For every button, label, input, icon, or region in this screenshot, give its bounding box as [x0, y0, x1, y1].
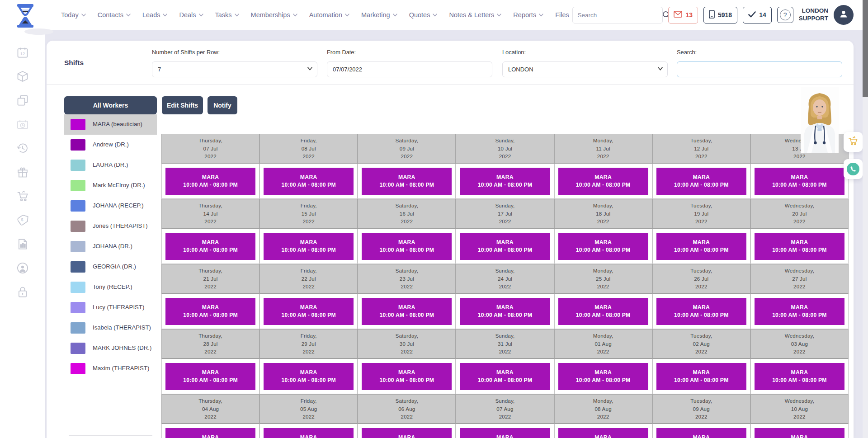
shift-block[interactable]: MARA10:00 AM - 08:00 PM	[755, 233, 844, 260]
nav-item[interactable]: Files	[555, 11, 569, 19]
shift-block[interactable]: MARA10:00 AM - 08:00 PM	[362, 363, 452, 390]
shift-time-range: 10:00 AM - 08:00 PM	[478, 182, 533, 188]
from-date-input[interactable]	[327, 61, 492, 77]
nav-item[interactable]: Notes & Letters	[449, 11, 501, 19]
shift-block[interactable]: MARA10:00 AM - 08:00 PM	[264, 233, 354, 260]
history-icon[interactable]	[16, 142, 29, 155]
notify-button[interactable]: Notify	[208, 96, 237, 114]
report-icon[interactable]	[16, 238, 29, 250]
worker-row[interactable]: MARA (beautician)	[64, 114, 157, 135]
gift-icon[interactable]	[16, 166, 29, 179]
shift-block[interactable]: MARA10:00 AM - 08:00 PM	[755, 428, 844, 438]
nav-item[interactable]: Today	[61, 11, 86, 19]
edit-shifts-button[interactable]: Edit Shifts	[162, 96, 203, 114]
calendar-icon[interactable]: 12	[16, 46, 29, 59]
shift-block[interactable]: MARA10:00 AM - 08:00 PM	[264, 298, 354, 325]
day-year: 2022	[793, 348, 806, 355]
nav-item[interactable]: Automation	[309, 11, 349, 19]
day-year: 2022	[597, 413, 609, 420]
worker-row[interactable]: Tony (RECEP.)	[64, 277, 157, 297]
floating-cart-button[interactable]	[844, 132, 863, 152]
shift-block[interactable]: MARA10:00 AM - 08:00 PM	[558, 233, 648, 260]
shift-block[interactable]: MARA10:00 AM - 08:00 PM	[460, 168, 550, 195]
shift-block[interactable]: MARA10:00 AM - 08:00 PM	[165, 233, 255, 260]
shift-block[interactable]: MARA10:00 AM - 08:00 PM	[460, 233, 550, 260]
shift-worker-name: MARA	[202, 369, 219, 376]
vertical-scrollbar-track[interactable]	[863, 0, 868, 438]
nav-item[interactable]: Quotes	[409, 11, 438, 19]
day-year: 2022	[793, 152, 806, 160]
phone-badge[interactable]: 5918	[703, 7, 737, 24]
worker-row[interactable]: Isabela (THERAPIST)	[64, 318, 157, 338]
shift-block[interactable]: MARA10:00 AM - 08:00 PM	[656, 428, 746, 438]
worker-row[interactable]: JOHANA (DR.)	[64, 236, 157, 257]
worker-row[interactable]: MARK JOHNES (DR.)	[64, 338, 157, 358]
shift-block[interactable]: MARA10:00 AM - 08:00 PM	[656, 363, 746, 390]
shift-block[interactable]: MARA10:00 AM - 08:00 PM	[755, 168, 844, 195]
worker-row[interactable]: Jones (THERAPIST)	[64, 216, 157, 236]
day-header-cell: Thursday,14 Jul2022	[161, 199, 259, 229]
location-select[interactable]: LONDON	[502, 61, 668, 77]
day-date: 19 Jul	[694, 210, 708, 217]
worker-row[interactable]: Maxim (THERAPIST)	[64, 358, 157, 379]
worker-row[interactable]: JOHANA (RECEP.)	[64, 196, 157, 216]
shift-block[interactable]: MARA10:00 AM - 08:00 PM	[165, 363, 255, 390]
shift-block[interactable]: MARA10:00 AM - 08:00 PM	[460, 428, 550, 438]
nav-item[interactable]: Contacts	[98, 11, 131, 19]
worker-row[interactable]: GEORGIA (DR.)	[64, 257, 157, 277]
account-icon[interactable]	[16, 262, 29, 274]
all-workers-button[interactable]: All Workers	[64, 96, 157, 114]
shift-block[interactable]: MARA10:00 AM - 08:00 PM	[656, 298, 746, 325]
shift-block[interactable]: MARA10:00 AM - 08:00 PM	[264, 168, 354, 195]
day-header-cell: Monday,25 Jul2022	[554, 264, 652, 294]
shift-block[interactable]: MARA10:00 AM - 08:00 PM	[165, 168, 255, 195]
shift-block[interactable]: MARA10:00 AM - 08:00 PM	[362, 298, 452, 325]
shift-block[interactable]: MARA10:00 AM - 08:00 PM	[362, 233, 452, 260]
shift-block[interactable]: MARA10:00 AM - 08:00 PM	[460, 298, 550, 325]
day-weekday: Friday,	[301, 397, 317, 405]
floating-phone-button[interactable]	[844, 159, 863, 179]
shift-block[interactable]: MARA10:00 AM - 08:00 PM	[362, 168, 452, 195]
app-logo-hourglass-icon[interactable]	[14, 3, 37, 28]
shift-block[interactable]: MARA10:00 AM - 08:00 PM	[362, 428, 452, 438]
search-filter-input[interactable]	[677, 61, 842, 77]
booking-icon[interactable]	[16, 118, 29, 131]
nav-item-label: Leads	[142, 11, 160, 19]
shift-block[interactable]: MARA10:00 AM - 08:00 PM	[264, 363, 354, 390]
nav-item[interactable]: Reports	[513, 11, 543, 19]
copy-icon[interactable]	[16, 94, 29, 107]
tasks-badge[interactable]: 14	[743, 7, 772, 24]
shift-block[interactable]: MARA10:00 AM - 08:00 PM	[755, 298, 844, 325]
shift-block[interactable]: MARA10:00 AM - 08:00 PM	[558, 428, 648, 438]
vertical-scrollbar-thumb[interactable]	[863, 0, 868, 97]
nav-item[interactable]: Tasks	[215, 11, 239, 19]
user-avatar[interactable]	[834, 5, 854, 25]
nav-item[interactable]: Deals	[179, 11, 203, 19]
day-header-cell: Monday,18 Jul2022	[554, 199, 652, 229]
shift-block[interactable]: MARA10:00 AM - 08:00 PM	[755, 363, 844, 390]
shift-block[interactable]: MARA10:00 AM - 08:00 PM	[656, 168, 746, 195]
cube-icon[interactable]	[16, 70, 29, 83]
shift-block[interactable]: MARA10:00 AM - 08:00 PM	[264, 428, 354, 438]
nav-item[interactable]: Memberships	[251, 11, 297, 19]
shift-block[interactable]: MARA10:00 AM - 08:00 PM	[656, 233, 746, 260]
shift-block[interactable]: MARA10:00 AM - 08:00 PM	[460, 363, 550, 390]
email-badge[interactable]: 13	[668, 7, 698, 24]
nav-item[interactable]: Leads	[142, 11, 168, 19]
shift-block[interactable]: MARA10:00 AM - 08:00 PM	[165, 298, 255, 325]
shift-block[interactable]: MARA10:00 AM - 08:00 PM	[558, 298, 648, 325]
nav-item[interactable]: Marketing	[361, 11, 397, 19]
worker-row[interactable]: LAURA (DR.)	[64, 155, 157, 175]
shifts-per-row-select[interactable]: 7	[152, 61, 317, 77]
shift-block[interactable]: MARA10:00 AM - 08:00 PM	[165, 428, 255, 438]
lock-icon[interactable]	[16, 286, 29, 298]
cart-icon[interactable]	[16, 190, 29, 203]
shift-block[interactable]: MARA10:00 AM - 08:00 PM	[558, 363, 648, 390]
help-button[interactable]: ?	[777, 7, 793, 23]
price-tag-icon[interactable]: $	[16, 214, 29, 226]
worker-row[interactable]: Lucy (THERAPIST)	[64, 297, 157, 318]
worker-row[interactable]: Mark McElroy (DR.)	[64, 175, 157, 196]
worker-row[interactable]: Andrew (DR.)	[64, 135, 157, 155]
global-search-input[interactable]	[573, 12, 662, 19]
shift-block[interactable]: MARA10:00 AM - 08:00 PM	[558, 168, 648, 195]
